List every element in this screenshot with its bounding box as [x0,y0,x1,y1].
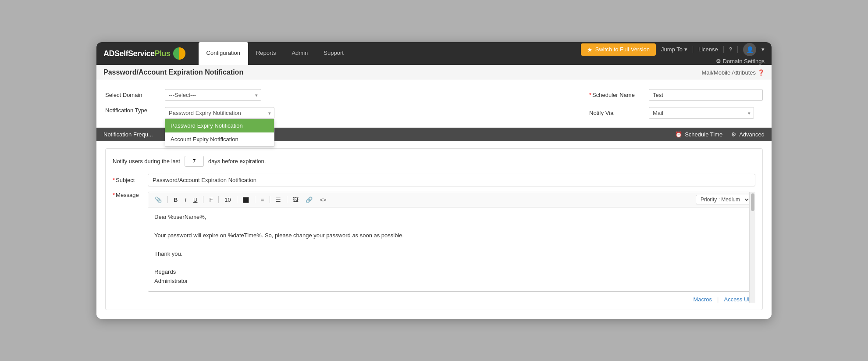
right-form: Scheduler Name Notify Via Mail ▾ [589,89,763,125]
subject-row: Subject [113,174,755,186]
message-line-2: Your password will expire on %dateTime%.… [154,231,749,240]
notify-via-row: Notify Via Mail ▾ [589,107,763,119]
editor-content[interactable]: Dear %userName%, Your password will expi… [148,207,755,291]
dropdown-item-password-expiry[interactable]: Password Expiry Notification [165,119,274,132]
left-form: Select Domain ---Select--- ▾ Notificatio… [105,89,274,125]
code-button[interactable]: <> [317,196,328,204]
sub-navigation: Password/Account Expiration Notification… [96,65,772,80]
switch-full-version-button[interactable]: ★ Switch to Full Version [581,43,656,56]
page-title: Password/Account Expiration Notification [103,68,243,76]
days-input[interactable] [185,156,204,167]
notification-type-wrapper: Password Expiry Notification ▾ Password … [165,107,274,119]
tab-reports[interactable]: Reports [248,42,284,65]
dropdown-item-account-expiry[interactable]: Account Expiry Notification [165,132,274,146]
tab-admin[interactable]: Admin [284,42,316,65]
divider [693,46,693,53]
nav-right-area: ★ Switch to Full Version Jump To ▾ Licen… [581,43,765,64]
image-button[interactable]: 🖼 [291,196,301,204]
italic-button[interactable]: I [182,196,189,204]
message-line-3: Thank you. [154,250,749,259]
toolbar-separator4 [237,196,237,203]
message-line-4: Regards [154,268,749,277]
subject-input[interactable] [148,174,755,186]
notify-text-after: days before expiration. [208,158,266,164]
user-dropdown-chevron[interactable]: ▾ [761,46,765,53]
notify-days-row: Notify users during the last days before… [113,156,755,167]
question-icon: ❓ [758,69,765,76]
divider3 [737,46,738,53]
notification-type-dropdown: Password Expiry Notification Account Exp… [165,119,274,147]
divider2 [723,46,724,53]
app-name: ADSelfServicePlus [103,49,171,58]
help-link[interactable]: ? [729,46,732,53]
font-size-button[interactable]: 10 [222,196,233,204]
underline-button[interactable]: U [191,196,199,204]
toolbar-separator5 [255,196,255,203]
app-window: ADSelfServicePlus Configuration Reports … [96,42,772,318]
bold-button[interactable]: B [171,196,180,204]
bottom-links: Macros | Access URL [148,296,755,303]
license-link[interactable]: License [698,46,718,53]
message-label: Message [113,192,143,198]
align-button[interactable]: ≡ [259,196,267,204]
select-domain-row: Select Domain ---Select--- ▾ [105,89,274,101]
notification-type-row: Notification Type Password Expiry Notifi… [105,107,274,119]
priority-select[interactable]: Priority : Medium [696,195,751,204]
domain-settings-button[interactable]: ⚙ Domain Settings [716,58,765,64]
link-button[interactable]: 🔗 [303,196,315,204]
logo-area: ADSelfServicePlus [103,47,185,60]
user-icon: 👤 [746,46,754,53]
font-button[interactable]: F [207,196,215,204]
color-swatch-icon [243,197,249,203]
message-line-1: Dear %userName%, [154,213,749,222]
editor-toolbar: 📎 B I U F 10 [148,192,755,207]
notify-text-before: Notify users during the last [113,158,180,164]
message-editor: 📎 B I U F 10 [148,192,755,291]
select-domain-wrapper: ---Select--- ▾ [165,89,261,101]
scheduler-name-input[interactable] [649,89,763,101]
domain-settings-row: ⚙ Domain Settings [716,58,765,64]
nav-tabs: Configuration Reports Admin Support [199,42,352,65]
gear-icon: ⚙ [731,131,736,138]
schedule-time-button[interactable]: ⏰ Schedule Time [675,131,722,138]
chevron-down-icon: ▾ [684,46,687,53]
notify-via-label: Notify Via [589,110,642,116]
toolbar-separator6 [270,196,270,203]
notification-type-label: Notification Type [105,107,158,114]
notification-freq-label: Notification Frequ... [103,131,153,138]
tab-support[interactable]: Support [316,42,352,65]
tab-configuration[interactable]: Configuration [199,42,248,65]
main-content: Select Domain ---Select--- ▾ Notificatio… [96,80,772,318]
toolbar-separator7 [287,196,287,203]
scheduler-name-row: Scheduler Name [589,89,763,101]
editor-scrollbar[interactable] [749,192,755,291]
notification-type-select-wrapper: Password Expiry Notification ▾ [165,107,274,119]
clock-icon: ⏰ [675,131,682,138]
link-separator: | [717,296,719,303]
top-right-group: ★ Switch to Full Version Jump To ▾ Licen… [581,43,765,64]
mail-mobile-attributes-button[interactable]: Mail/Mobile Attributes ❓ [701,69,765,76]
list-button[interactable]: ☰ [274,196,283,204]
notify-via-select[interactable]: Mail [649,107,754,119]
notification-type-select[interactable]: Password Expiry Notification [165,107,274,119]
jump-to-link[interactable]: Jump To ▾ [661,46,687,53]
top-right-row1: ★ Switch to Full Version Jump To ▾ Licen… [581,43,765,56]
subject-label: Subject [113,177,143,183]
toolbar-separator2 [203,196,203,203]
macros-link[interactable]: Macros [693,296,712,303]
message-row: Message 📎 B I U F 10 [113,192,755,302]
bar-right-actions: ⏰ Schedule Time ⚙ Advanced [675,131,765,138]
attach-button[interactable]: 📎 [153,196,164,204]
top-form-area: Select Domain ---Select--- ▾ Notificatio… [105,89,763,125]
content-panel: Notify users during the last days before… [105,148,763,310]
top-navigation: ADSelfServicePlus Configuration Reports … [96,42,772,65]
select-domain-input[interactable]: ---Select--- [165,89,261,101]
select-domain-label: Select Domain [105,92,158,98]
advanced-button[interactable]: ⚙ Advanced [731,131,765,138]
toolbar-separator [167,196,168,203]
user-avatar-button[interactable]: 👤 [743,43,756,56]
color-button[interactable] [241,196,251,204]
star-icon: ★ [587,46,593,53]
scheduler-name-label: Scheduler Name [589,92,642,98]
message-editor-wrapper: 📎 B I U F 10 [148,192,755,302]
